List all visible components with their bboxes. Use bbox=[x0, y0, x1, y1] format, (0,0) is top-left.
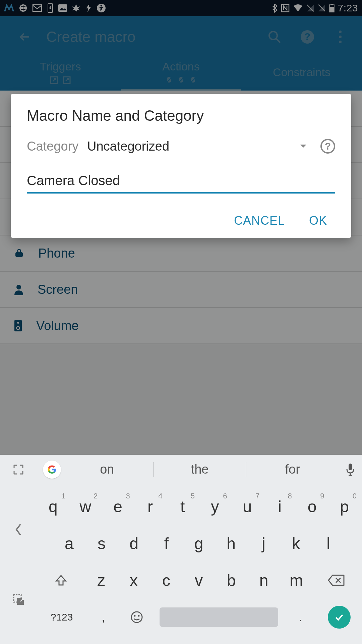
backspace-key[interactable] bbox=[313, 564, 360, 596]
google-button[interactable] bbox=[43, 461, 61, 479]
svg-rect-32 bbox=[349, 464, 352, 470]
category-dropdown[interactable]: Uncategorized bbox=[87, 139, 300, 154]
symbols-key[interactable]: ?123 bbox=[38, 601, 86, 633]
key-q[interactable]: q1 bbox=[38, 490, 69, 523]
dialog-title: Macro Name and Category bbox=[27, 107, 335, 124]
key-u[interactable]: u7 bbox=[232, 490, 263, 523]
category-label: Category bbox=[27, 139, 87, 154]
float-icon bbox=[12, 593, 25, 606]
svg-point-35 bbox=[131, 612, 142, 623]
key-k[interactable]: k bbox=[281, 527, 312, 559]
backspace-icon bbox=[328, 574, 345, 587]
chevron-left-icon bbox=[14, 522, 23, 537]
svg-point-37 bbox=[138, 615, 140, 617]
suggestion-2[interactable]: the bbox=[154, 462, 246, 477]
expand-icon bbox=[13, 464, 24, 475]
key-a[interactable]: a bbox=[54, 527, 85, 559]
key-g[interactable]: g bbox=[183, 527, 215, 559]
category-help-button[interactable]: ? bbox=[320, 139, 335, 154]
check-icon bbox=[333, 611, 345, 623]
keyboard-expand-button[interactable] bbox=[0, 464, 37, 475]
macro-name-input[interactable] bbox=[27, 170, 335, 194]
key-l[interactable]: l bbox=[313, 527, 344, 559]
key-e[interactable]: e3 bbox=[102, 490, 133, 523]
key-y[interactable]: y6 bbox=[199, 490, 231, 523]
key-f[interactable]: f bbox=[151, 527, 182, 559]
space-key[interactable] bbox=[154, 601, 283, 633]
voice-input-button[interactable] bbox=[339, 463, 362, 476]
key-n[interactable]: n bbox=[248, 564, 280, 596]
google-icon bbox=[47, 464, 57, 475]
comma-key[interactable]: , bbox=[87, 601, 119, 633]
key-z[interactable]: z bbox=[86, 564, 117, 596]
key-x[interactable]: x bbox=[118, 564, 149, 596]
name-category-dialog: Macro Name and Category Category Uncateg… bbox=[11, 94, 351, 238]
shift-icon bbox=[54, 574, 68, 587]
key-c[interactable]: c bbox=[151, 564, 182, 596]
svg-point-36 bbox=[134, 615, 136, 617]
keyboard-float-button[interactable] bbox=[12, 593, 25, 606]
suggestion-1[interactable]: on bbox=[61, 462, 153, 477]
mic-icon bbox=[346, 463, 355, 476]
key-w[interactable]: w2 bbox=[70, 490, 101, 523]
key-b[interactable]: b bbox=[216, 564, 247, 596]
period-key[interactable]: . bbox=[285, 601, 317, 633]
key-t[interactable]: t5 bbox=[167, 490, 198, 523]
key-j[interactable]: j bbox=[248, 527, 279, 559]
key-v[interactable]: v bbox=[183, 564, 215, 596]
shift-key[interactable] bbox=[38, 564, 84, 596]
keyboard-collapse-button[interactable] bbox=[14, 522, 23, 537]
suggestion-3[interactable]: for bbox=[246, 462, 339, 477]
key-p[interactable]: p0 bbox=[329, 490, 360, 523]
key-o[interactable]: o9 bbox=[297, 490, 328, 523]
key-s[interactable]: s bbox=[86, 527, 117, 559]
enter-key[interactable] bbox=[318, 601, 360, 633]
emoji-icon bbox=[130, 611, 143, 624]
emoji-key[interactable] bbox=[121, 601, 153, 633]
key-r[interactable]: r4 bbox=[135, 490, 166, 523]
key-m[interactable]: m bbox=[281, 564, 312, 596]
key-d[interactable]: d bbox=[118, 527, 149, 559]
key-h[interactable]: h bbox=[216, 527, 247, 559]
soft-keyboard: on the for q1w2e3r4t5y6u7i8o9p0 asdfghjk… bbox=[0, 455, 362, 644]
cancel-button[interactable]: CANCEL bbox=[234, 214, 285, 228]
key-i[interactable]: i8 bbox=[264, 490, 295, 523]
dropdown-arrow-icon[interactable] bbox=[300, 144, 307, 149]
ok-button[interactable]: OK bbox=[309, 214, 327, 228]
